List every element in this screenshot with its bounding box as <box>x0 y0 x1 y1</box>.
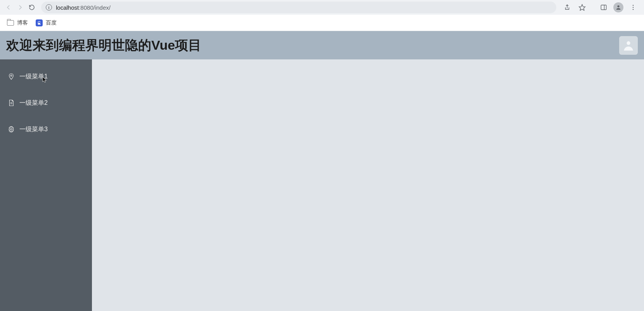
profile-icon[interactable] <box>613 2 624 13</box>
location-icon <box>8 73 15 80</box>
svg-point-12 <box>10 75 12 76</box>
site-info-icon[interactable]: i <box>46 4 52 10</box>
panel-icon[interactable] <box>598 2 609 13</box>
svg-point-11 <box>627 41 630 45</box>
sidebar-item-menu1[interactable]: 一级菜单1 <box>0 63 92 90</box>
app-header: 欢迎来到编程界明世隐的Vue项目 <box>0 31 644 59</box>
svg-point-4 <box>633 5 634 6</box>
url-text: localhost:8080/index/ <box>56 4 111 11</box>
svg-point-3 <box>617 5 619 7</box>
svg-point-5 <box>633 7 634 8</box>
main-layout: 一级菜单1 一级菜单2 一级菜单3 <box>0 59 644 311</box>
reload-button[interactable] <box>26 2 37 13</box>
folder-icon <box>7 20 14 26</box>
bookmarks-bar: 博客 百度 <box>0 15 644 31</box>
sidebar-item-menu2[interactable]: 一级菜单2 <box>0 90 92 116</box>
browser-nav-bar: i localhost:8080/index/ <box>0 0 644 15</box>
forward-button[interactable] <box>15 2 26 13</box>
document-icon <box>8 99 15 106</box>
address-bar[interactable]: i localhost:8080/index/ <box>41 2 556 13</box>
browser-actions <box>559 2 641 13</box>
content-area <box>92 59 644 311</box>
user-avatar[interactable] <box>619 36 638 55</box>
sidebar: 一级菜单1 一级菜单2 一级菜单3 <box>0 59 92 311</box>
share-icon[interactable] <box>562 2 573 13</box>
kebab-menu-icon[interactable] <box>628 2 639 13</box>
svg-point-9 <box>40 21 40 22</box>
page-title: 欢迎来到编程界明世隐的Vue项目 <box>6 36 201 54</box>
bookmark-blog[interactable]: 博客 <box>4 18 31 28</box>
star-icon[interactable] <box>576 2 587 13</box>
bookmark-label: 博客 <box>17 19 28 26</box>
sidebar-item-label: 一级菜单3 <box>19 125 48 134</box>
svg-marker-0 <box>579 4 585 10</box>
bookmark-baidu[interactable]: 百度 <box>33 18 60 28</box>
back-button[interactable] <box>3 2 14 13</box>
sidebar-item-label: 一级菜单2 <box>19 99 48 107</box>
svg-point-15 <box>10 129 12 130</box>
setting-icon <box>8 126 15 133</box>
baidu-icon <box>36 19 43 26</box>
bookmark-label: 百度 <box>46 19 57 26</box>
svg-point-8 <box>39 21 40 22</box>
sidebar-item-label: 一级菜单1 <box>19 73 48 81</box>
svg-point-7 <box>38 21 38 22</box>
sidebar-item-menu3[interactable]: 一级菜单3 <box>0 116 92 142</box>
svg-point-6 <box>633 9 634 10</box>
svg-rect-1 <box>601 5 606 10</box>
